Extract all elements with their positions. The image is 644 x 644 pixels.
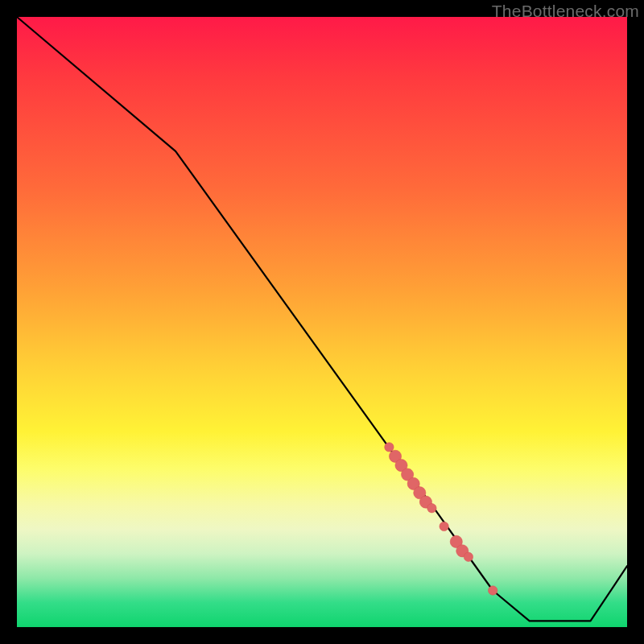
chart-marker [440,522,448,530]
chart-line [17,17,627,621]
chart-marker [385,443,394,452]
chart-marker [489,586,497,595]
chart-marker [464,552,473,561]
chart-frame: TheBottleneck.com [0,0,644,644]
chart-overlay [17,17,627,627]
watermark-text: TheBottleneck.com [492,2,639,21]
chart-marker [427,504,436,513]
